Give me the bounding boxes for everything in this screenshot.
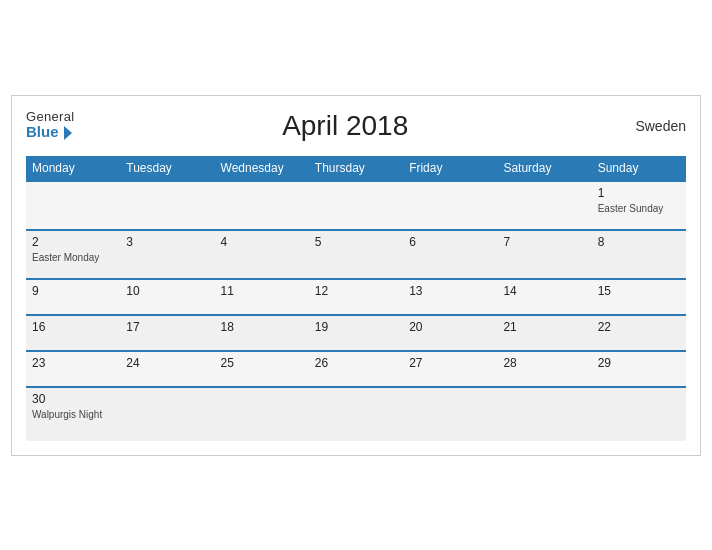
- calendar-day-cell: [215, 181, 309, 230]
- day-number: 9: [32, 284, 114, 298]
- day-number: 24: [126, 356, 208, 370]
- day-number: 30: [32, 392, 114, 406]
- country-label: Sweden: [616, 118, 686, 134]
- day-number: 20: [409, 320, 491, 334]
- header-wednesday: Wednesday: [215, 156, 309, 181]
- calendar-day-cell: 18: [215, 315, 309, 351]
- calendar-day-cell: 25: [215, 351, 309, 387]
- header-monday: Monday: [26, 156, 120, 181]
- logo-general-text: General: [26, 110, 74, 124]
- calendar-day-cell: [309, 181, 403, 230]
- calendar-day-cell: 20: [403, 315, 497, 351]
- calendar-day-cell: 2Easter Monday: [26, 230, 120, 279]
- header-sunday: Sunday: [592, 156, 686, 181]
- day-number: 3: [126, 235, 208, 249]
- day-number: 4: [221, 235, 303, 249]
- logo-triangle-icon: [64, 126, 72, 140]
- holiday-label: Easter Sunday: [598, 202, 680, 215]
- day-number: 7: [503, 235, 585, 249]
- logo-blue-text: Blue: [26, 124, 74, 141]
- calendar-day-cell: 9: [26, 279, 120, 315]
- calendar-day-cell: 21: [497, 315, 591, 351]
- day-number: 16: [32, 320, 114, 334]
- holiday-label: Easter Monday: [32, 251, 114, 264]
- header-thursday: Thursday: [309, 156, 403, 181]
- calendar-day-cell: [120, 387, 214, 441]
- day-number: 18: [221, 320, 303, 334]
- calendar-day-cell: 1Easter Sunday: [592, 181, 686, 230]
- calendar-day-cell: 28: [497, 351, 591, 387]
- day-number: 22: [598, 320, 680, 334]
- calendar-day-cell: 12: [309, 279, 403, 315]
- day-number: 8: [598, 235, 680, 249]
- calendar-table: Monday Tuesday Wednesday Thursday Friday…: [26, 156, 686, 441]
- day-number: 27: [409, 356, 491, 370]
- day-number: 19: [315, 320, 397, 334]
- calendar-day-cell: 16: [26, 315, 120, 351]
- calendar-day-cell: 17: [120, 315, 214, 351]
- calendar-day-cell: 8: [592, 230, 686, 279]
- weekday-header-row: Monday Tuesday Wednesday Thursday Friday…: [26, 156, 686, 181]
- day-number: 15: [598, 284, 680, 298]
- day-number: 25: [221, 356, 303, 370]
- calendar-day-cell: [497, 387, 591, 441]
- calendar-day-cell: 4: [215, 230, 309, 279]
- calendar-day-cell: 5: [309, 230, 403, 279]
- day-number: 14: [503, 284, 585, 298]
- calendar-day-cell: 19: [309, 315, 403, 351]
- calendar-week-row: 30Walpurgis Night: [26, 387, 686, 441]
- logo: General Blue: [26, 110, 74, 141]
- calendar-day-cell: [403, 387, 497, 441]
- calendar-day-cell: 26: [309, 351, 403, 387]
- day-number: 12: [315, 284, 397, 298]
- calendar-week-row: 9101112131415: [26, 279, 686, 315]
- calendar-day-cell: 14: [497, 279, 591, 315]
- day-number: 11: [221, 284, 303, 298]
- day-number: 5: [315, 235, 397, 249]
- header-tuesday: Tuesday: [120, 156, 214, 181]
- calendar-day-cell: 24: [120, 351, 214, 387]
- calendar-container: General Blue April 2018 Sweden Monday Tu…: [11, 95, 701, 456]
- calendar-day-cell: 7: [497, 230, 591, 279]
- day-number: 17: [126, 320, 208, 334]
- calendar-day-cell: 10: [120, 279, 214, 315]
- day-number: 10: [126, 284, 208, 298]
- calendar-day-cell: 13: [403, 279, 497, 315]
- calendar-day-cell: 22: [592, 315, 686, 351]
- day-number: 29: [598, 356, 680, 370]
- day-number: 23: [32, 356, 114, 370]
- calendar-day-cell: [215, 387, 309, 441]
- calendar-day-cell: [120, 181, 214, 230]
- calendar-title: April 2018: [74, 110, 616, 142]
- calendar-week-row: 23242526272829: [26, 351, 686, 387]
- calendar-day-cell: 11: [215, 279, 309, 315]
- calendar-week-row: 16171819202122: [26, 315, 686, 351]
- day-number: 2: [32, 235, 114, 249]
- calendar-day-cell: 30Walpurgis Night: [26, 387, 120, 441]
- day-number: 28: [503, 356, 585, 370]
- calendar-day-cell: 3: [120, 230, 214, 279]
- day-number: 1: [598, 186, 680, 200]
- calendar-day-cell: [403, 181, 497, 230]
- calendar-header: General Blue April 2018 Sweden: [26, 106, 686, 146]
- calendar-day-cell: [26, 181, 120, 230]
- calendar-day-cell: 15: [592, 279, 686, 315]
- day-number: 13: [409, 284, 491, 298]
- calendar-day-cell: 27: [403, 351, 497, 387]
- calendar-week-row: 2Easter Monday345678: [26, 230, 686, 279]
- holiday-label: Walpurgis Night: [32, 408, 114, 421]
- day-number: 6: [409, 235, 491, 249]
- calendar-day-cell: [497, 181, 591, 230]
- calendar-week-row: 1Easter Sunday: [26, 181, 686, 230]
- calendar-day-cell: [309, 387, 403, 441]
- calendar-day-cell: 6: [403, 230, 497, 279]
- day-number: 21: [503, 320, 585, 334]
- header-saturday: Saturday: [497, 156, 591, 181]
- calendar-day-cell: [592, 387, 686, 441]
- day-number: 26: [315, 356, 397, 370]
- header-friday: Friday: [403, 156, 497, 181]
- calendar-day-cell: 23: [26, 351, 120, 387]
- calendar-day-cell: 29: [592, 351, 686, 387]
